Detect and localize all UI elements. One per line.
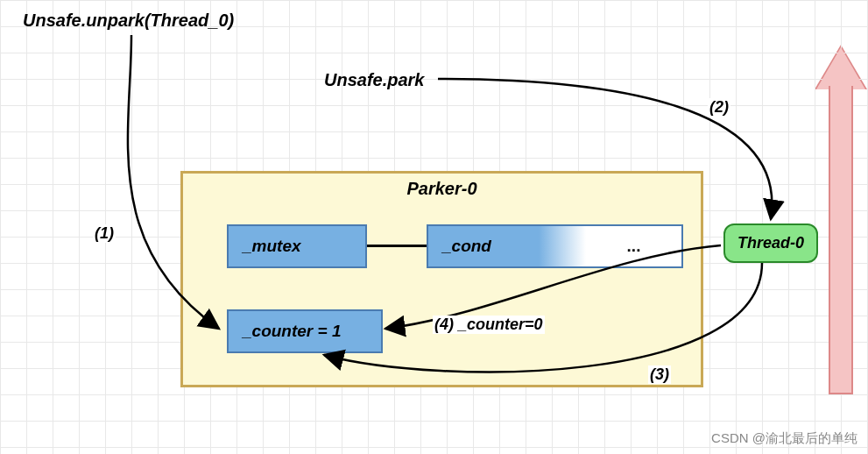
mutex-box: _mutex [227, 224, 367, 268]
step1-label: (1) [93, 224, 116, 243]
step2-label: (2) [708, 98, 730, 117]
parker-title: Parker-0 [183, 179, 701, 199]
cond-box: _cond ... [427, 224, 683, 268]
cond-dots: ... [586, 226, 681, 266]
watermark: CSDN @渝北最后的单纯 [711, 430, 857, 447]
mutex-cond-connector [367, 245, 427, 247]
park-label: Unsafe.park [324, 70, 425, 90]
step3-label: (3) [648, 365, 671, 384]
big-up-arrow [823, 47, 858, 394]
cond-label: _cond [428, 226, 586, 266]
step4-label: (4) _counter=0 [433, 316, 545, 334]
thread-0-box: Thread-0 [723, 223, 818, 263]
unpark-label: Unsafe.unpark(Thread_0) [23, 11, 234, 31]
parker-box: Parker-0 _mutex _cond ... _counter = 1 [180, 171, 703, 387]
counter-box: _counter = 1 [227, 309, 383, 353]
